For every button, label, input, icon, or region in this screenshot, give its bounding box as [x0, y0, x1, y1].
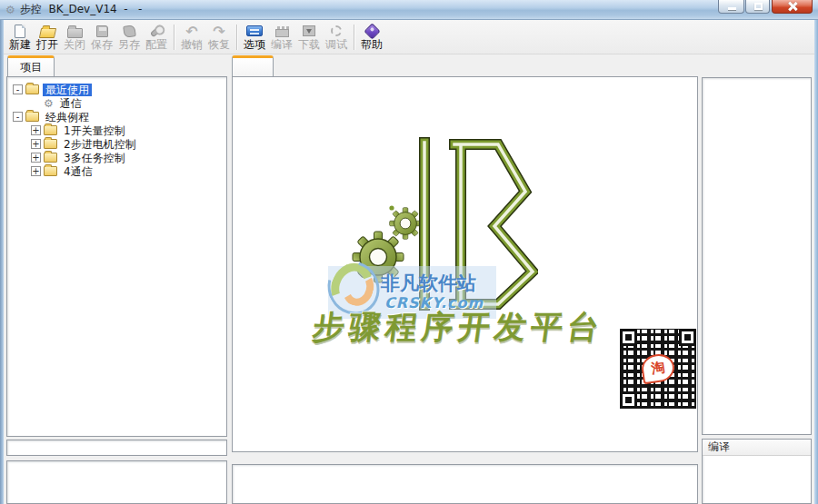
- download-icon: [300, 24, 318, 39]
- toolbar-button-close-file: 关闭: [61, 24, 88, 51]
- toolbar-button-label: 编译: [271, 39, 293, 51]
- close-icon: [788, 2, 797, 11]
- toolbar-button-options[interactable]: 选项: [241, 24, 268, 51]
- toolbar-button-save: 保存: [88, 24, 115, 51]
- tree-item-label[interactable]: 4通信: [61, 165, 95, 178]
- toolbar-button-label: 关闭: [64, 39, 85, 51]
- save-icon: [93, 24, 111, 39]
- maximize-button[interactable]: [745, 0, 770, 14]
- tree-item-label[interactable]: 最近使用: [43, 84, 92, 96]
- qr-finder-icon: [620, 391, 637, 409]
- compile-output-panel: 编译: [702, 439, 812, 504]
- undo-icon: ↶: [183, 24, 201, 39]
- folder-icon: [44, 153, 57, 163]
- open-folder-icon: [38, 24, 56, 39]
- window-border-right: [814, 20, 818, 504]
- save-as-icon: [120, 24, 138, 39]
- canvas-artwork: 非凡软件站 CRSKY.com 步骤程序开发平台 淘: [233, 77, 697, 451]
- qr-finder-icon: [620, 329, 637, 346]
- left-splitter-strip[interactable]: [6, 440, 227, 456]
- tree-item-communication-examples[interactable]: + 4通信: [11, 164, 226, 178]
- minimize-button[interactable]: [718, 0, 744, 14]
- window-controls: [718, 0, 813, 14]
- folder-icon: [44, 166, 57, 176]
- toolbar-button-new[interactable]: 新建: [6, 24, 34, 51]
- folder-icon: [44, 125, 57, 135]
- tree-item-label[interactable]: 1开关量控制: [61, 124, 128, 137]
- folder-icon: [25, 84, 39, 94]
- project-tree-panel: - 最近使用 ⚙ 通信 - 经典例程 + 1开关量控制 +: [6, 76, 227, 437]
- expand-icon[interactable]: +: [31, 125, 41, 135]
- qr-pattern: 淘: [620, 329, 696, 409]
- tree-item-switch-control[interactable]: + 1开关量控制: [11, 124, 226, 137]
- tree-item-stepper-motor[interactable]: + 2步进电机控制: [11, 137, 226, 151]
- tree-item-recent[interactable]: - 最近使用: [11, 83, 226, 96]
- toolbar: 新建 打开 关闭 保存 另存 配置 ↶ 撤销 ↷ 恢复: [4, 20, 814, 54]
- new-document-icon: [11, 24, 29, 39]
- tree-item-label[interactable]: 3多任务控制: [61, 152, 128, 164]
- redo-icon: ↷: [210, 24, 228, 39]
- toolbar-button-save-as: 另存: [115, 24, 143, 51]
- toolbar-button-label: 恢复: [208, 39, 230, 51]
- toolbar-button-label: 帮助: [361, 39, 383, 51]
- tree-item-label[interactable]: 经典例程: [43, 111, 92, 124]
- tab-canvas-document[interactable]: [232, 55, 274, 76]
- toolbar-button-configure: 配置: [143, 24, 170, 51]
- toolbar-button-label: 新建: [9, 39, 31, 51]
- expand-icon[interactable]: +: [31, 166, 41, 176]
- toolbar-button-debug: 调试: [323, 24, 350, 51]
- titlebar[interactable]: ⚙ 步控 BK_Dev_V14 - -: [0, 0, 818, 20]
- project-tree: - 最近使用 ⚙ 通信 - 经典例程 + 1开关量控制 +: [7, 77, 226, 178]
- center-bottom-panel: [232, 464, 698, 504]
- toolbar-button-label: 下载: [298, 39, 320, 51]
- help-icon: [363, 24, 381, 39]
- collapse-icon[interactable]: -: [13, 112, 23, 122]
- watermark-site-name: 非凡软件站: [381, 271, 476, 296]
- toolbar-button-undo: ↶ 撤销: [178, 24, 205, 51]
- compile-icon: [273, 24, 291, 39]
- options-icon: [245, 24, 264, 39]
- toolbar-separator: [236, 25, 237, 50]
- minimize-icon: [728, 7, 736, 10]
- platform-title-text: 步骤程序开发平台: [310, 306, 607, 349]
- toolbar-button-label: 打开: [36, 39, 58, 51]
- toolbar-button-label: 选项: [244, 39, 265, 51]
- toolbar-button-download: 下载: [295, 24, 323, 51]
- tree-item-communication[interactable]: ⚙ 通信: [11, 96, 226, 110]
- window-border-left: [0, 20, 4, 504]
- maximize-icon: [754, 3, 763, 10]
- tab-project[interactable]: 项目: [7, 55, 55, 76]
- folder-icon: [25, 112, 39, 122]
- toolbar-button-label: 配置: [145, 39, 167, 51]
- expand-icon[interactable]: +: [31, 139, 41, 149]
- gear-icon: ⚙: [44, 98, 54, 109]
- close-folder-icon: [65, 24, 84, 39]
- app-gear-icon: ⚙: [5, 5, 15, 15]
- tree-item-label[interactable]: 通信: [57, 97, 85, 110]
- close-button[interactable]: [772, 0, 813, 14]
- collapse-icon[interactable]: -: [13, 84, 23, 94]
- debug-icon: [327, 24, 345, 39]
- qr-finder-icon: [679, 329, 696, 346]
- tree-item-classic-examples[interactable]: - 经典例程: [11, 110, 226, 124]
- toolbar-separator: [174, 25, 175, 50]
- right-side-panel: [702, 77, 812, 435]
- window-title: 步控 BK_Dev_V14 - -: [20, 2, 143, 17]
- taobao-logo-icon: 淘: [640, 352, 676, 385]
- main-canvas-panel[interactable]: 非凡软件站 CRSKY.com 步骤程序开发平台 淘: [232, 76, 698, 452]
- toolbar-button-open[interactable]: 打开: [34, 24, 61, 51]
- toolbar-button-label: 撤销: [181, 39, 203, 51]
- app-window: ⚙ 步控 BK_Dev_V14 - - 新建 打开 关闭 保存 另存: [0, 0, 818, 504]
- wrench-icon: [147, 24, 165, 39]
- qr-code: 淘: [617, 326, 698, 411]
- toolbar-separator: [354, 25, 354, 50]
- folder-icon: [44, 139, 57, 149]
- compile-panel-header[interactable]: 编译: [703, 440, 811, 456]
- toolbar-button-compile: 编译: [268, 24, 295, 51]
- expand-icon[interactable]: +: [31, 153, 41, 163]
- toolbar-button-label: 保存: [91, 39, 113, 51]
- toolbar-button-help[interactable]: 帮助: [358, 24, 385, 51]
- tree-item-multitask[interactable]: + 3多任务控制: [11, 151, 226, 164]
- tree-item-label[interactable]: 2步进电机控制: [61, 138, 139, 151]
- toolbar-button-label: 另存: [118, 39, 140, 51]
